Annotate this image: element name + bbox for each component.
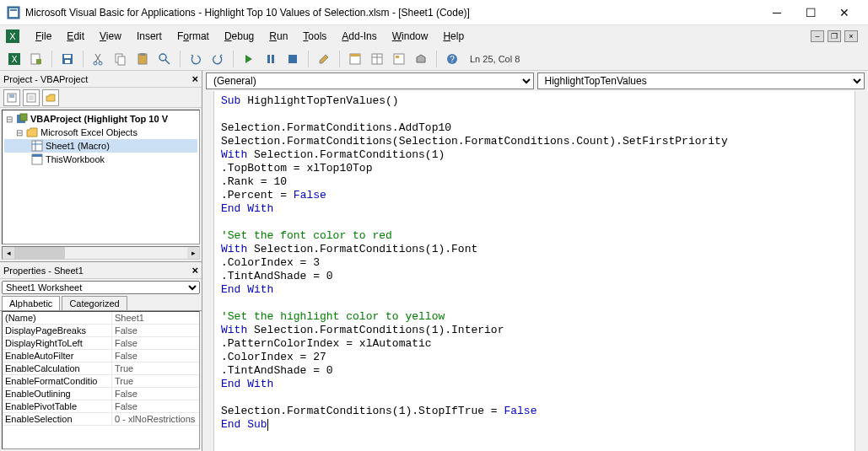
properties-window-button[interactable] [368, 50, 386, 68]
mdi-minimize[interactable]: – [811, 30, 824, 42]
svg-rect-37 [29, 95, 34, 100]
sheet-icon [31, 140, 43, 152]
maximize-button[interactable]: ☐ [794, 1, 828, 24]
toolbox-button[interactable] [412, 50, 430, 68]
svg-rect-17 [140, 53, 145, 56]
tree-thisworkbook-label: ThisWorkbook [46, 154, 105, 164]
svg-rect-29 [394, 54, 404, 64]
svg-rect-11 [65, 60, 70, 63]
menu-help[interactable]: Help [436, 28, 471, 45]
save-button[interactable] [58, 50, 77, 68]
scroll-left-icon[interactable]: ◂ [3, 247, 14, 259]
menu-format[interactable]: Format [170, 28, 216, 45]
svg-rect-21 [267, 55, 270, 63]
svg-rect-39 [20, 114, 27, 121]
redo-button[interactable] [208, 50, 227, 68]
code-vscroll[interactable] [855, 91, 868, 451]
procedure-dropdown[interactable]: HighlightTopTenValues [537, 72, 865, 89]
undo-button[interactable] [186, 50, 205, 68]
tree-project-root[interactable]: ⊟ VBAProject (Highlight Top 10 V [4, 112, 197, 126]
project-pane-header: Project - VBAProject × [0, 71, 202, 88]
svg-rect-44 [32, 154, 42, 157]
property-row[interactable]: EnableCalculationTrue [3, 362, 199, 375]
menu-insert[interactable]: Insert [130, 28, 169, 45]
property-row[interactable]: (Name)Sheet1 [3, 312, 199, 325]
tree-folder[interactable]: ⊟ Microsoft Excel Objects [4, 126, 197, 139]
mdi-restore[interactable]: ❐ [828, 30, 841, 42]
paste-button[interactable] [133, 50, 152, 68]
properties-pane-close[interactable]: × [191, 264, 198, 277]
project-tree[interactable]: ⊟ VBAProject (Highlight Top 10 V ⊟ Micro… [2, 110, 200, 244]
properties-pane: Properties - Sheet1 × Sheet1 Worksheet A… [0, 261, 202, 451]
mdi-close[interactable]: × [844, 30, 858, 42]
tree-thisworkbook[interactable]: ThisWorkbook [4, 153, 197, 166]
copy-button[interactable] [111, 50, 130, 68]
svg-rect-40 [32, 141, 42, 151]
menu-tools[interactable]: Tools [296, 28, 333, 45]
mdi-buttons: – ❐ × [811, 30, 863, 42]
properties-tabs: Alphabetic Categorized [0, 296, 202, 311]
code-margin [202, 91, 214, 451]
project-hscroll[interactable]: ◂ ▸ [2, 246, 200, 260]
view-object-button[interactable] [23, 89, 40, 106]
toggle-folders-button[interactable] [42, 89, 59, 106]
object-dropdown[interactable]: (General) [206, 72, 534, 89]
property-row[interactable]: EnableAutoFilterFalse [3, 350, 199, 362]
property-row[interactable]: EnableOutliningFalse [3, 388, 199, 400]
design-mode-button[interactable] [315, 50, 333, 68]
menu-run[interactable]: Run [262, 28, 294, 45]
view-code-button[interactable] [3, 89, 20, 106]
tab-alphabetic[interactable]: Alphabetic [2, 296, 60, 310]
svg-rect-23 [288, 55, 297, 63]
tree-sheet1[interactable]: Sheet1 (Macro) [4, 139, 197, 153]
property-row[interactable]: EnableSelection0 - xlNoRestrictions [3, 413, 199, 426]
property-row[interactable]: EnableFormatConditioTrue [3, 375, 199, 388]
property-row[interactable]: EnablePivotTableFalse [3, 400, 199, 413]
run-button[interactable] [240, 50, 258, 68]
close-button[interactable]: ✕ [828, 1, 861, 24]
collapse-icon[interactable]: ⊟ [6, 115, 16, 124]
menu-debug[interactable]: Debug [218, 28, 261, 45]
svg-rect-30 [396, 56, 399, 58]
menu-addins[interactable]: Add-Ins [335, 28, 383, 45]
property-row[interactable]: DisplayPageBreaksFalse [3, 325, 199, 337]
break-button[interactable] [261, 50, 280, 68]
object-browser-button[interactable] [390, 50, 408, 68]
reset-button[interactable] [283, 50, 302, 68]
properties-object-select[interactable]: Sheet1 Worksheet [2, 281, 200, 294]
svg-rect-22 [272, 55, 274, 63]
property-row[interactable]: DisplayRightToLeftFalse [3, 337, 199, 350]
text-cursor [267, 419, 268, 431]
minimize-button[interactable]: ─ [760, 1, 794, 24]
help-button[interactable]: ? [443, 50, 461, 68]
svg-rect-10 [64, 55, 71, 58]
find-button[interactable] [155, 50, 174, 68]
workbook-icon [31, 153, 43, 165]
project-explorer-button[interactable] [346, 50, 364, 68]
excel-view-button[interactable]: X [5, 50, 24, 68]
scroll-right-icon[interactable]: ▸ [187, 247, 199, 259]
menu-file[interactable]: File [29, 28, 58, 45]
window-buttons: ─ ☐ ✕ [760, 1, 861, 24]
left-pane: Project - VBAProject × ⊟ VBAProject (Hig… [0, 71, 202, 451]
menu-view[interactable]: View [93, 28, 128, 45]
cut-button[interactable] [89, 50, 108, 68]
code-editor[interactable]: Sub HighlightTopTenValues() Selection.Fo… [214, 91, 855, 451]
tab-categorized[interactable]: Categorized [62, 296, 127, 310]
properties-grid[interactable]: (Name)Sheet1 DisplayPageBreaksFalse Disp… [2, 311, 200, 449]
svg-point-18 [159, 54, 166, 61]
project-pane-close[interactable]: × [191, 72, 198, 85]
menu-edit[interactable]: Edit [60, 28, 91, 45]
excel-icon[interactable]: X [5, 29, 20, 44]
main-area: Project - VBAProject × ⊟ VBAProject (Hig… [0, 71, 868, 451]
svg-rect-2 [10, 9, 17, 11]
svg-marker-20 [245, 55, 252, 63]
window-title: Microsoft Visual Basic for Applications … [25, 7, 760, 19]
insert-item-button[interactable] [27, 50, 46, 68]
toolbar-sep [339, 51, 340, 67]
menu-window[interactable]: Window [385, 28, 435, 45]
toolbar: X ? Ln 25, Col 8 [0, 47, 868, 71]
collapse-icon[interactable]: ⊟ [16, 128, 26, 137]
svg-rect-8 [36, 59, 41, 64]
scroll-thumb[interactable] [14, 247, 65, 259]
